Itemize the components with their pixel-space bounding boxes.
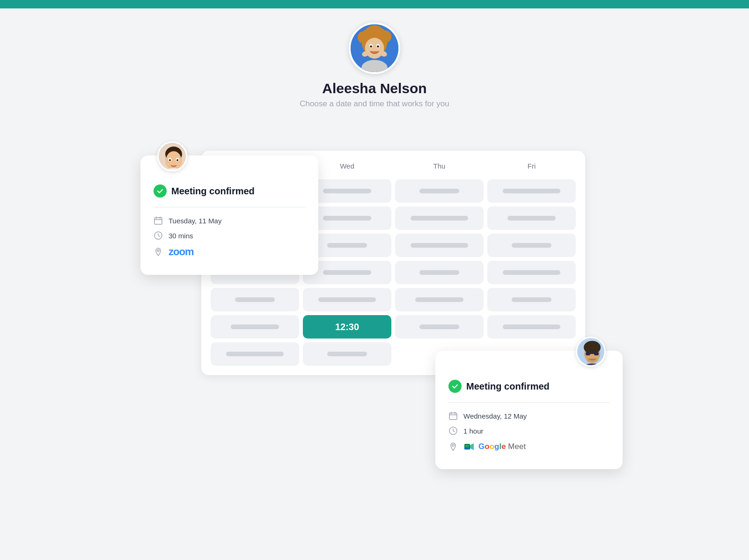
- card-detail-date-right: Wednesday, 12 May: [448, 411, 609, 420]
- profile-name: Aleesha Nelson: [322, 81, 426, 96]
- card-detail-duration-right: 1 hour: [448, 426, 609, 435]
- duration-left: 30 mins: [169, 232, 193, 240]
- svg-rect-31: [586, 352, 590, 355]
- svg-marker-41: [470, 443, 474, 450]
- svg-rect-24: [154, 218, 162, 224]
- cal-cell-tue-6: [211, 315, 299, 339]
- confirmation-card-right: Meeting confirmed Wednesday, 12 May: [435, 351, 623, 469]
- calendar-icon-right: [448, 411, 458, 420]
- cal-cell-fri-6: [487, 315, 576, 339]
- svg-point-28: [581, 363, 603, 367]
- location-icon-right: [448, 442, 458, 451]
- content-area: Tue Wed Thu Fri 9:30 👆: [164, 127, 585, 455]
- time-slot-1230[interactable]: 12:30: [303, 315, 391, 339]
- cal-cell-fri-3: [487, 234, 576, 257]
- card-avatar-left: [157, 141, 187, 171]
- day-thu: Thu: [395, 160, 484, 172]
- svg-rect-35: [449, 413, 457, 420]
- check-icon-left: [154, 184, 167, 198]
- card-detail-platform-left: zoom: [154, 246, 305, 258]
- cal-cell-wed-7: [303, 342, 391, 366]
- cal-cell-thu-5: [395, 288, 484, 311]
- svg-point-22: [169, 159, 171, 161]
- calendar-row-6: 12:30: [211, 315, 576, 339]
- avatar: [349, 22, 400, 74]
- svg-point-17: [162, 168, 185, 171]
- cal-cell-thu-2: [395, 206, 484, 230]
- confirmation-card-left: Meeting confirmed Tuesday, 11 May: [140, 155, 318, 275]
- svg-point-34: [587, 358, 598, 363]
- card-avatar-right: [576, 337, 606, 367]
- cal-cell-fri-2: [487, 206, 576, 230]
- cal-cell-fri-1: [487, 179, 576, 203]
- cal-cell-wed-5: [303, 288, 391, 311]
- google-meet-label: Google Meet: [478, 442, 526, 451]
- svg-rect-32: [594, 352, 599, 355]
- card-detail-duration-left: 30 mins: [154, 231, 305, 240]
- profile-section: Aleesha Nelson Choose a date and time th…: [300, 22, 449, 109]
- top-bar: [0, 0, 749, 8]
- location-icon-left: [154, 247, 163, 257]
- google-meet-row: Google Meet: [463, 441, 526, 452]
- clock-icon-right: [448, 426, 458, 435]
- card-detail-date-left: Tuesday, 11 May: [154, 216, 305, 225]
- zoom-logo: zoom: [169, 246, 193, 258]
- cal-cell-fri-4: [487, 261, 576, 284]
- cal-cell-thu-3: [395, 234, 484, 257]
- svg-point-5: [363, 29, 373, 39]
- clock-icon-left: [154, 231, 163, 240]
- day-fri: Fri: [487, 160, 576, 172]
- card-detail-platform-right: Google Meet: [448, 441, 609, 452]
- date-right: Wednesday, 12 May: [463, 412, 527, 420]
- svg-point-11: [370, 45, 372, 48]
- cal-cell-thu-1: [395, 179, 484, 203]
- svg-point-30: [584, 341, 601, 354]
- svg-point-26: [157, 250, 159, 251]
- svg-rect-42: [464, 447, 470, 449]
- time-1230-label: 12:30: [335, 322, 359, 332]
- divider-right: [448, 402, 609, 403]
- calendar-row-5: [211, 288, 576, 311]
- confirmed-row-left: Meeting confirmed: [154, 184, 305, 198]
- svg-point-6: [376, 29, 386, 39]
- divider-left: [154, 207, 305, 207]
- svg-point-23: [176, 159, 178, 161]
- cal-cell-thu-4: [395, 261, 484, 284]
- profile-subtitle: Choose a date and time that works for yo…: [300, 99, 449, 109]
- confirmed-text-left: Meeting confirmed: [171, 186, 255, 197]
- main-area: Aleesha Nelson Choose a date and time th…: [0, 8, 749, 560]
- cal-cell-tue-5: [211, 288, 299, 311]
- cal-cell-tue-7: [211, 342, 299, 366]
- date-left: Tuesday, 11 May: [169, 217, 221, 225]
- cal-cell-thu-6: [395, 315, 484, 339]
- calendar-icon-left: [154, 216, 163, 225]
- confirmed-row-right: Meeting confirmed: [448, 380, 609, 393]
- svg-point-37: [452, 444, 454, 446]
- svg-point-7: [365, 38, 384, 59]
- confirmed-text-right: Meeting confirmed: [466, 381, 550, 392]
- duration-right: 1 hour: [463, 427, 484, 435]
- check-icon-right: [448, 380, 462, 393]
- cal-cell-fri-5: [487, 288, 576, 311]
- google-meet-icon: [463, 441, 475, 452]
- svg-point-12: [377, 45, 379, 48]
